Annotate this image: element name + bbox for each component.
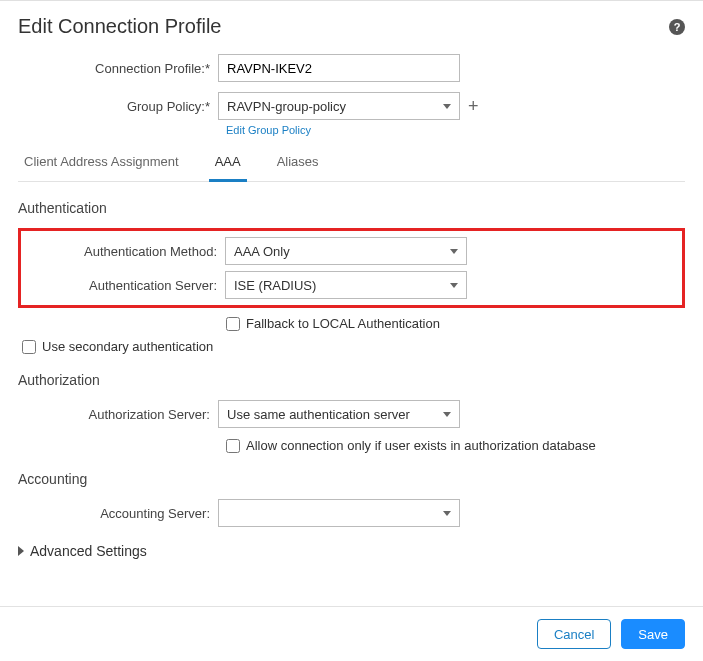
tabs: Client Address Assignment AAA Aliases [18,146,685,182]
fallback-local-label: Fallback to LOCAL Authentication [246,316,440,331]
allow-connection-row: Allow connection only if user exists in … [226,438,685,453]
chevron-down-icon [443,412,451,417]
dialog-header: Edit Connection Profile ? [0,1,703,46]
allow-connection-label: Allow connection only if user exists in … [246,438,596,453]
authorization-server-dropdown[interactable]: Use same authentication server [218,400,460,428]
authorization-section-title: Authorization [18,372,685,388]
accounting-server-dropdown[interactable] [218,499,460,527]
cancel-button[interactable]: Cancel [537,619,611,649]
tab-aaa[interactable]: AAA [209,146,247,182]
chevron-down-icon [450,283,458,288]
group-policy-value: RAVPN-group-policy [227,99,346,114]
advanced-settings-toggle[interactable]: Advanced Settings [18,543,685,559]
edit-connection-profile-dialog: Edit Connection Profile ? Connection Pro… [0,0,703,661]
fallback-local-checkbox[interactable] [226,317,240,331]
secondary-auth-checkbox[interactable] [22,340,36,354]
authentication-section-title: Authentication [18,200,685,216]
connection-profile-label: Connection Profile:* [18,61,218,76]
chevron-down-icon [443,511,451,516]
chevron-down-icon [450,249,458,254]
auth-method-label: Authentication Method: [25,244,225,259]
auth-server-value: ISE (RADIUS) [234,278,316,293]
help-icon[interactable]: ? [669,19,685,35]
edit-group-policy-link[interactable]: Edit Group Policy [226,124,685,136]
advanced-settings-label: Advanced Settings [30,543,147,559]
group-policy-label: Group Policy:* [18,99,218,114]
group-policy-dropdown[interactable]: RAVPN-group-policy [218,92,460,120]
auth-server-label: Authentication Server: [25,278,225,293]
fallback-local-row: Fallback to LOCAL Authentication [226,316,685,331]
auth-method-dropdown[interactable]: AAA Only [225,237,467,265]
dialog-body: Connection Profile:* Group Policy:* RAVP… [0,46,703,606]
save-button[interactable]: Save [621,619,685,649]
secondary-auth-row: Use secondary authentication [22,339,685,354]
auth-method-value: AAA Only [234,244,290,259]
expand-right-icon [18,546,24,556]
secondary-auth-label: Use secondary authentication [42,339,213,354]
connection-profile-input[interactable] [218,54,460,82]
authorization-server-value: Use same authentication server [227,407,410,422]
authorization-server-label: Authorization Server: [18,407,218,422]
allow-connection-checkbox[interactable] [226,439,240,453]
add-group-policy-icon[interactable]: + [468,97,479,115]
auth-server-dropdown[interactable]: ISE (RADIUS) [225,271,467,299]
authentication-highlight-box: Authentication Method: AAA Only Authenti… [18,228,685,308]
accounting-server-label: Accounting Server: [18,506,218,521]
connection-profile-row: Connection Profile:* [18,54,685,82]
chevron-down-icon [443,104,451,109]
dialog-footer: Cancel Save [0,606,703,661]
dialog-title: Edit Connection Profile [18,15,221,38]
tab-client-address-assignment[interactable]: Client Address Assignment [18,146,185,181]
group-policy-row: Group Policy:* RAVPN-group-policy + [18,92,685,120]
tab-aliases[interactable]: Aliases [271,146,325,181]
accounting-section-title: Accounting [18,471,685,487]
